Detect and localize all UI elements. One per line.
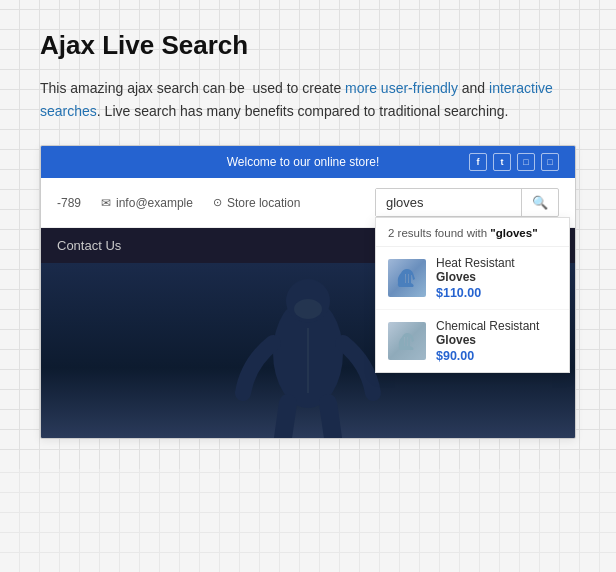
store-preview: Welcome to our online store! f t □ □ -78…	[40, 145, 576, 439]
envelope-icon: ✉	[101, 196, 111, 210]
search-input[interactable]	[376, 189, 521, 216]
location-info: ⊙ Store location	[213, 196, 300, 210]
phone-number: -789	[57, 196, 81, 210]
search-icon: 🔍	[532, 195, 548, 210]
twitter-icon[interactable]: t	[493, 153, 511, 171]
link-user-friendly[interactable]: more user-friendly	[345, 80, 458, 96]
page-description: This amazing ajax search can be used to …	[40, 77, 576, 123]
product-name-line2-1: Gloves	[436, 270, 515, 284]
nav-item-contact[interactable]: Contact Us	[57, 238, 121, 253]
product-price-1: $110.00	[436, 286, 515, 300]
product-info-2: Chemical Resistant Gloves $90.00	[436, 319, 539, 363]
welcome-text: Welcome to our online store!	[137, 155, 469, 169]
location-icon: ⊙	[213, 196, 222, 209]
search-button[interactable]: 🔍	[521, 189, 558, 216]
search-dropdown: 2 results found with "gloves" Heat Resis…	[375, 217, 570, 373]
link-interactive[interactable]: interactive searches	[40, 80, 553, 119]
product-name-line1-1: Heat Resistant	[436, 256, 515, 270]
search-result-item-1[interactable]: Heat Resistant Gloves $110.00	[376, 247, 569, 310]
product-thumb-2	[388, 322, 426, 360]
product-info-1: Heat Resistant Gloves $110.00	[436, 256, 515, 300]
social-icons: f t □ □	[469, 153, 559, 171]
search-area: 🔍 2 results found with "gloves"	[375, 188, 559, 217]
product-thumb-1	[388, 259, 426, 297]
rss-icon[interactable]: □	[541, 153, 559, 171]
svg-point-2	[294, 299, 322, 319]
search-result-item-2[interactable]: Chemical Resistant Gloves $90.00	[376, 310, 569, 372]
mail-icon[interactable]: □	[517, 153, 535, 171]
email-info: ✉ info@example	[101, 196, 193, 210]
search-result-header: 2 results found with "gloves"	[376, 218, 569, 247]
product-name-line1-2: Chemical Resistant	[436, 319, 539, 333]
product-price-2: $90.00	[436, 349, 539, 363]
page-wrapper: Ajax Live Search This amazing ajax searc…	[0, 0, 616, 469]
top-bar: Welcome to our online store! f t □ □	[41, 146, 575, 178]
search-box: 🔍	[375, 188, 559, 217]
search-query: "gloves"	[490, 227, 537, 239]
page-title: Ajax Live Search	[40, 30, 576, 61]
email-text: info@example	[116, 196, 193, 210]
product-name-line2-2: Gloves	[436, 333, 539, 347]
result-count-text: 2 results found with	[388, 227, 490, 239]
facebook-icon[interactable]: f	[469, 153, 487, 171]
nav-bar: -789 ✉ info@example ⊙ Store location 🔍	[41, 178, 575, 228]
location-text: Store location	[227, 196, 300, 210]
